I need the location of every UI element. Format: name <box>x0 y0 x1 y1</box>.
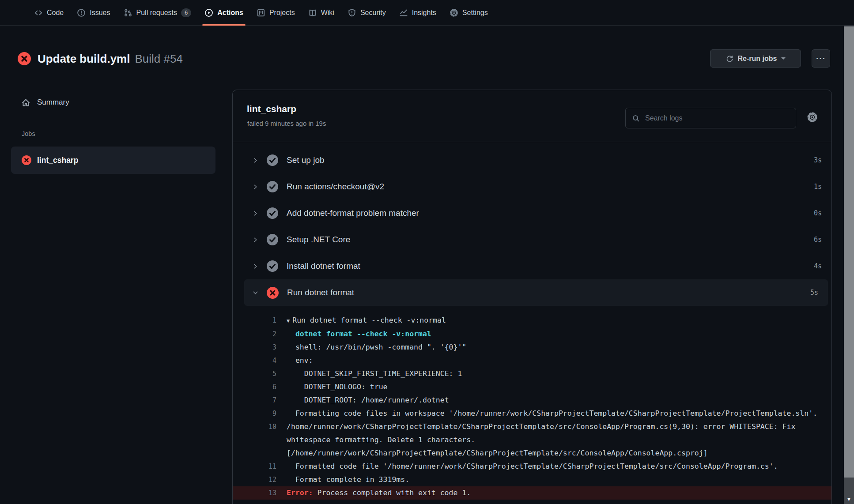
log-line-11: 11 Formatted code file '/home/runner/wor… <box>233 460 831 473</box>
nav-tab-issues[interactable]: Issues <box>70 0 117 25</box>
step-row-setup-net-core[interactable]: Setup .NET Core6s <box>233 226 831 253</box>
log-text-body: dotnet format --check -v:normal <box>287 330 431 338</box>
step-name: Set up job <box>287 155 325 165</box>
repo-tab-nav: CodeIssuesPull requests6ActionsProjectsW… <box>0 0 854 26</box>
log-line-2: 2 dotnet format --check -v:normal <box>233 327 831 341</box>
log-line-number[interactable]: 4 <box>247 354 276 367</box>
log-line-number[interactable]: 11 <box>247 460 276 473</box>
search-icon <box>632 114 640 122</box>
log-text-body: Run dotnet format --check -v:normal <box>292 316 446 324</box>
log-line-number[interactable]: 13 <box>247 486 276 500</box>
job-title: lint_csharp <box>247 104 296 114</box>
log-line-7: 7 DOTNET_ROOT: /home/runner/.dotnet <box>233 394 831 407</box>
x-circle-failed-icon <box>22 155 31 165</box>
nav-tab-actions[interactable]: Actions <box>198 0 250 25</box>
log-line-9: 9 Formatting code files in workspace '/h… <box>233 407 831 420</box>
check-circle-icon <box>267 234 278 245</box>
log-text-body: Format complete in 3319ms. <box>287 475 409 484</box>
nav-tab-insights[interactable]: Insights <box>393 0 443 25</box>
chevron-down-icon <box>252 290 259 296</box>
chevron-right-icon <box>252 210 259 217</box>
log-line-number[interactable]: 10 <box>247 420 276 460</box>
log-line-number[interactable]: 9 <box>247 407 276 420</box>
nav-tab-code[interactable]: Code <box>27 0 70 25</box>
nav-tab-pull-requests[interactable]: Pull requests6 <box>117 0 198 25</box>
log-text-body: DOTNET_NOLOGO: true <box>287 383 388 391</box>
log-text-body: Formatted code file '/home/runner/work/C… <box>287 462 778 470</box>
code-icon <box>34 8 43 17</box>
log-text-body: DOTNET_SKIP_FIRST_TIME_EXPERIENCE: 1 <box>287 369 462 378</box>
nav-tab-label: Actions <box>217 9 243 17</box>
step-duration: 1s <box>814 183 822 191</box>
home-icon <box>21 98 30 107</box>
run-header: Update build.yml Build #54 <box>18 49 183 68</box>
log-line-number[interactable]: 7 <box>247 394 276 407</box>
nav-tab-settings[interactable]: Settings <box>443 0 495 25</box>
check-circle-icon <box>267 260 278 272</box>
book-icon <box>308 8 317 17</box>
log-line-10: 10/home/runner/work/CSharpProjectTemplat… <box>233 420 831 460</box>
run-title: Update build.yml <box>38 52 130 66</box>
log-line-12: 12 Format complete in 3319ms. <box>233 473 831 486</box>
step-duration: 4s <box>814 262 822 270</box>
step-row-run-dotnet-format[interactable]: Run dotnet format5s <box>244 279 828 306</box>
job-status-line: failed 9 minutes ago in 19s <box>247 120 326 127</box>
log-line-text: shell: /usr/bin/pwsh -command ". '{0}'" <box>287 341 821 354</box>
log-line-text: env: <box>287 354 821 367</box>
search-logs-box <box>625 108 796 128</box>
jobs-section-heading: Jobs <box>22 130 35 137</box>
step-row-set-up-job[interactable]: Set up job3s <box>233 147 831 173</box>
step-name: Setup .NET Core <box>287 235 350 244</box>
chevron-down-icon <box>781 57 786 60</box>
log-line-6: 6 DOTNET_NOLOGO: true <box>233 380 831 394</box>
nav-tab-projects[interactable]: Projects <box>250 0 302 25</box>
sidebar-item-summary[interactable]: Summary <box>11 93 215 112</box>
step-name: Run actions/checkout@v2 <box>287 182 384 192</box>
github-actions-run-page: CodeIssuesPull requests6ActionsProjectsW… <box>0 0 854 504</box>
step-row-add-dotnet-format-problem-matcher[interactable]: Add dotnet-format problem matcher0s <box>233 200 831 226</box>
page-scrollbar[interactable]: ▼ <box>844 26 854 504</box>
log-line-number[interactable]: 5 <box>247 367 276 380</box>
log-line-number[interactable]: 6 <box>247 380 276 394</box>
shield-icon <box>348 8 356 17</box>
run-build-number: Build #54 <box>135 52 182 66</box>
log-line-text: Error: Process completed with exit code … <box>287 486 821 500</box>
x-circle-failed-icon <box>18 52 31 65</box>
rerun-jobs-label: Re-run jobs <box>738 55 777 63</box>
log-line-text: DOTNET_ROOT: /home/runner/.dotnet <box>287 394 821 407</box>
collapse-triangle-icon[interactable]: ▼ <box>287 318 290 324</box>
rerun-jobs-button[interactable]: Re-run jobs <box>710 49 801 68</box>
sidebar-job-lint-csharp[interactable]: lint_csharp <box>11 147 215 174</box>
more-options-button[interactable]: ··· <box>812 49 830 68</box>
nav-tab-label: Security <box>360 9 386 17</box>
summary-label: Summary <box>37 98 69 107</box>
card-divider <box>233 142 831 142</box>
log-line-number[interactable]: 1 <box>247 314 276 327</box>
graph-icon <box>399 8 408 17</box>
log-line-number[interactable]: 2 <box>247 327 276 341</box>
step-duration: 3s <box>814 156 822 164</box>
step-name: Run dotnet format <box>287 288 354 297</box>
scrollbar-thumb[interactable] <box>844 26 854 478</box>
pull-requests-count-badge: 6 <box>181 8 191 17</box>
nav-tab-security[interactable]: Security <box>341 0 393 25</box>
log-output: 1▼Run dotnet format --check -v:normal2 d… <box>233 314 831 500</box>
chevron-right-icon <box>252 157 259 164</box>
check-circle-icon <box>267 181 278 192</box>
log-text-body: shell: /usr/bin/pwsh -command ". '{0}'" <box>287 343 466 351</box>
nav-tab-wiki[interactable]: Wiki <box>302 0 341 25</box>
search-logs-input[interactable] <box>644 114 778 123</box>
issue-icon <box>77 8 86 17</box>
log-line-text: Formatting code files in workspace '/hom… <box>287 407 821 420</box>
nav-tab-label: Issues <box>90 9 110 17</box>
log-text-body: Formatting code files in workspace '/hom… <box>287 409 817 417</box>
log-line-number[interactable]: 3 <box>247 341 276 354</box>
step-row-run-actions-checkout-v2[interactable]: Run actions/checkout@v21s <box>233 173 831 200</box>
log-line-number[interactable]: 12 <box>247 473 276 486</box>
log-line-text: /home/runner/work/CSharpProjectTemplate/… <box>287 420 821 460</box>
log-settings-gear-icon[interactable] <box>805 110 819 124</box>
scrollbar-down-arrow[interactable]: ▼ <box>844 496 854 502</box>
step-row-install-dotnet-format[interactable]: Install dotnet format4s <box>233 253 831 279</box>
play-icon <box>204 8 213 17</box>
chevron-right-icon <box>252 263 259 270</box>
